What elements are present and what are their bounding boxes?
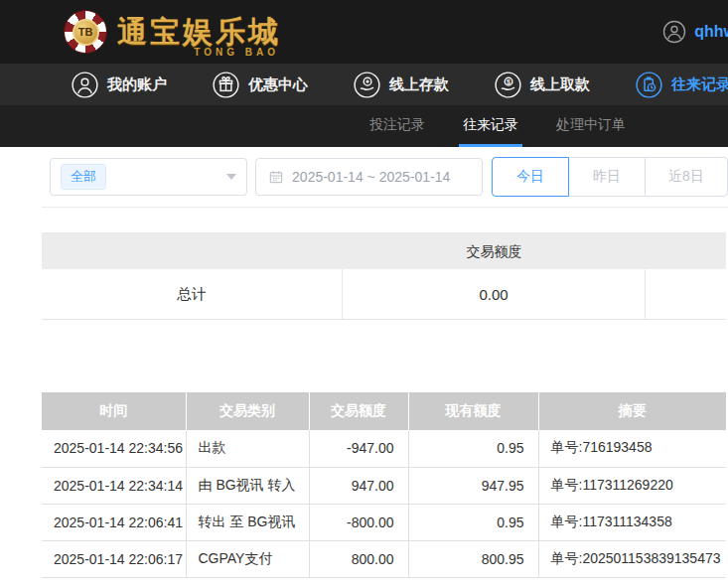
cell-time: 2025-01-14 22:34:14 [42, 467, 186, 504]
user-account-link[interactable]: qhhw [662, 0, 728, 64]
nav-label: 往来记录 [671, 75, 728, 94]
cell-amount: -947.00 [309, 430, 408, 467]
col-header-balance: 现有额度 [408, 392, 538, 430]
gift-icon [213, 72, 239, 98]
chip-monogram: TB [73, 19, 99, 46]
cell-type: CGPAY支付 [186, 540, 309, 577]
nav-label: 我的账户 [107, 75, 167, 94]
table-row: 2025-01-14 22:34:14 由 BG视讯 转入 947.00 947… [42, 467, 726, 504]
logo-title: 通宝娱乐城 [117, 15, 281, 49]
table-row: 2025-01-14 22:06:41 转出 至 BG视讯 -800.00 0.… [42, 504, 726, 540]
tab-label: 往来记录 [463, 116, 518, 134]
cell-type: 转出 至 BG视讯 [186, 504, 309, 540]
col-header-type: 交易类别 [186, 392, 309, 430]
cell-time: 2025-01-14 22:34:56 [42, 430, 186, 467]
summary-total-value: 0.00 [343, 269, 646, 319]
yesterday-button[interactable]: 昨日 [568, 157, 646, 197]
sub-navigation: 投注记录 往来记录 处理中订单 [0, 105, 728, 147]
caret-down-icon [226, 174, 236, 180]
divider [42, 207, 728, 208]
main-navigation: 我的账户 优惠中心 线上存款 $ 线上取款 往来记录 [0, 64, 728, 105]
records-table: 时间 交易类别 交易额度 现有额度 摘要 2025-01-14 22:34:56… [42, 392, 726, 578]
tab-transaction-records[interactable]: 往来记录 [459, 105, 522, 147]
date-range-input[interactable]: 2025-01-14 ~ 2025-01-14 [255, 158, 483, 196]
nav-item-withdraw[interactable]: $ 线上取款 [495, 72, 590, 98]
summary-amount-header: 交易额度 [343, 233, 646, 269]
cell-balance: 0.95 [408, 504, 538, 540]
site-logo[interactable]: TB 通宝娱乐城 TONG BAO [64, 10, 281, 54]
cell-balance: 947.95 [408, 467, 538, 504]
selected-type-tag: 全部 [61, 164, 106, 190]
tab-betting-records[interactable]: 投注记录 [365, 105, 429, 147]
nav-item-promotions[interactable]: 优惠中心 [213, 72, 308, 98]
tab-label: 投注记录 [369, 116, 425, 134]
nav-item-deposit[interactable]: 线上存款 [354, 72, 449, 98]
nav-item-my-account[interactable]: 我的账户 [72, 72, 167, 98]
table-header-row: 时间 交易类别 交易额度 现有额度 摘要 [42, 392, 726, 430]
withdraw-icon: $ [495, 72, 521, 98]
nav-label: 线上存款 [389, 75, 449, 94]
cell-amount: 800.00 [309, 540, 408, 577]
filter-row: 全部 2025-01-14 ~ 2025-01-14 今日 昨日 近8日 [50, 157, 728, 197]
type-select[interactable]: 全部 [50, 158, 247, 196]
cell-balance: 0.95 [408, 430, 538, 467]
cell-memo: 单号:117311269220 [538, 467, 726, 504]
user-icon [72, 72, 98, 98]
col-header-memo: 摘要 [538, 392, 726, 430]
nav-label: 线上取款 [530, 75, 590, 94]
last-8-days-button[interactable]: 近8日 [645, 157, 728, 197]
col-header-time: 时间 [42, 392, 186, 430]
cell-time: 2025-01-14 22:06:17 [42, 540, 186, 577]
cell-balance: 800.95 [408, 540, 538, 577]
col-header-amount: 交易额度 [309, 392, 408, 430]
cell-amount: 947.00 [309, 467, 408, 504]
calendar-icon [268, 169, 284, 185]
svg-text:$: $ [507, 76, 510, 85]
user-avatar-icon [662, 20, 686, 44]
summary-total-label: 总计 [42, 269, 343, 319]
summary-table: 交易额度 总计 0.00 [42, 232, 726, 320]
quick-date-buttons: 今日 昨日 近8日 [492, 157, 728, 197]
cell-memo: 单号:716193458 [538, 430, 726, 467]
logo-text: 通宝娱乐城 TONG BAO [117, 15, 281, 49]
username: qhhw [694, 23, 728, 41]
logo-subtitle: TONG BAO [194, 47, 279, 58]
nav-label: 优惠中心 [248, 75, 308, 94]
summary-header-row: 交易额度 [42, 233, 726, 269]
table-row: 2025-01-14 22:34:56 出款 -947.00 0.95 单号:7… [42, 430, 726, 467]
cell-memo: 单号:202501153839135473 [538, 540, 726, 577]
tab-label: 处理中订单 [556, 116, 626, 134]
date-range-value: 2025-01-14 ~ 2025-01-14 [292, 169, 450, 185]
cell-amount: -800.00 [309, 504, 408, 540]
cell-type: 由 BG视讯 转入 [186, 467, 309, 504]
today-button[interactable]: 今日 [492, 157, 569, 197]
summary-empty-cell [646, 269, 726, 319]
cell-memo: 单号:117311134358 [538, 504, 726, 540]
cell-time: 2025-01-14 22:06:41 [42, 504, 186, 540]
tab-processing-orders[interactable]: 处理中订单 [552, 105, 630, 147]
poker-chip-icon: TB [64, 10, 107, 54]
nav-item-transactions[interactable]: 往来记录 [636, 72, 728, 98]
cell-type: 出款 [186, 430, 309, 467]
records-icon [636, 72, 662, 98]
summary-total-row: 总计 0.00 [42, 269, 726, 320]
table-row: 2025-01-14 22:06:17 CGPAY支付 800.00 800.9… [42, 540, 726, 577]
top-header: TB 通宝娱乐城 TONG BAO qhhw [0, 0, 728, 64]
deposit-icon [354, 72, 380, 98]
